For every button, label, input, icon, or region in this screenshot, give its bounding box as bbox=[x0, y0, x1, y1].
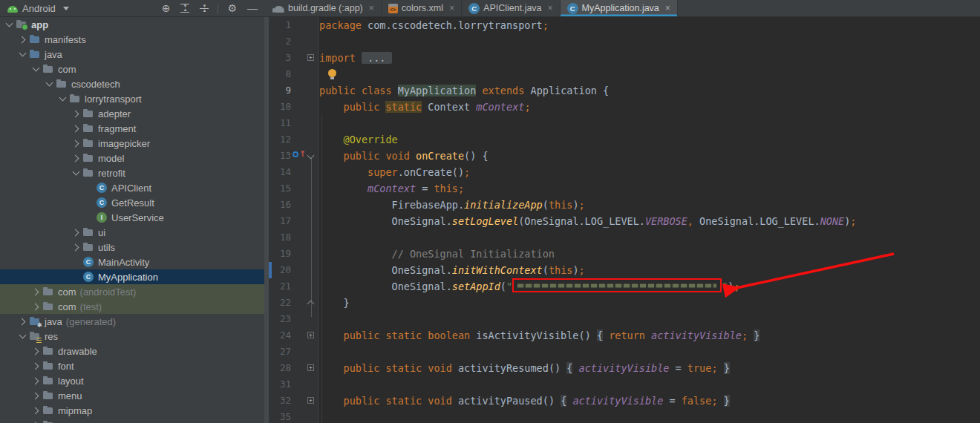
tree-item-app[interactable]: app bbox=[0, 17, 264, 32]
tab-close-icon[interactable]: × bbox=[369, 3, 374, 13]
code-line-19: 19 // OneSignal Initialization bbox=[269, 246, 980, 262]
expand-all-button[interactable]: ▼▲ bbox=[200, 4, 209, 13]
collapse-all-button[interactable]: ▼▲ bbox=[180, 4, 189, 13]
hide-panel-button[interactable]: — bbox=[247, 0, 258, 16]
chevron-right-icon bbox=[19, 318, 26, 326]
tab-apiclient-java[interactable]: CAPIClient.java× bbox=[462, 0, 561, 16]
tree-item-lorrytransport[interactable]: lorrytransport bbox=[0, 91, 264, 106]
code-editor[interactable]: 1package com.cscodetech.lorrytransport;2… bbox=[269, 17, 980, 423]
tree-item-partial[interactable] bbox=[0, 418, 264, 423]
tree-chevron-expanded[interactable] bbox=[18, 49, 28, 59]
tree-chevron-expanded[interactable] bbox=[58, 94, 68, 104]
tree-chevron-collapsed[interactable] bbox=[31, 420, 42, 423]
tree-chevron-expanded[interactable] bbox=[31, 64, 42, 74]
code-line-20: 20 OneSignal.initWithContext(this); bbox=[269, 262, 980, 278]
tree-item-com-androidTest[interactable]: com(androidTest) bbox=[0, 284, 264, 299]
folder-pkg-icon bbox=[42, 286, 54, 298]
tree-item-imagepicker[interactable]: imagepicker bbox=[0, 136, 264, 151]
tree-chevron-collapsed[interactable] bbox=[18, 34, 28, 45]
fold-end-icon[interactable] bbox=[307, 301, 315, 308]
intention-bulb-icon[interactable] bbox=[328, 69, 336, 77]
tree-item-label: app bbox=[31, 19, 48, 30]
fold-collapse-icon[interactable] bbox=[307, 152, 315, 160]
tree-item-GetResult[interactable]: CGetResult bbox=[0, 195, 264, 210]
tree-item-ui[interactable]: ui bbox=[0, 225, 264, 240]
tab-close-icon[interactable]: × bbox=[665, 3, 670, 13]
tree-item-retrofit[interactable]: retrofit bbox=[0, 165, 264, 180]
tree-chevron-collapsed[interactable] bbox=[71, 108, 82, 119]
code-lines: 1package com.cscodetech.lorrytransport;2… bbox=[269, 17, 980, 423]
fold-expand-icon[interactable]: + bbox=[307, 332, 314, 338]
tree-item-utils[interactable]: utils bbox=[0, 240, 264, 255]
tree-chevron-collapsed[interactable] bbox=[18, 316, 28, 327]
settings-button[interactable]: ⚙ bbox=[227, 0, 237, 16]
tree-item-mipmap[interactable]: mipmap bbox=[0, 403, 264, 418]
project-tree[interactable]: appmanifestsjavacomcscodetechlorrytransp… bbox=[0, 17, 264, 423]
tree-chevron-collapsed[interactable] bbox=[71, 138, 82, 148]
tab-close-icon[interactable]: × bbox=[449, 3, 454, 13]
top-bar: Android ⊕ ▼▲ ▼▲ ⚙ — build.gradle (:app)×… bbox=[0, 0, 980, 17]
tree-item-drawable[interactable]: drawable bbox=[0, 344, 264, 358]
line-number: 22 bbox=[269, 295, 291, 311]
tree-item-MainActivity[interactable]: CMainActivity bbox=[0, 255, 264, 269]
folder-pkg-icon bbox=[42, 63, 54, 75]
tree-chevron-collapsed[interactable] bbox=[31, 361, 42, 371]
tree-chevron-collapsed[interactable] bbox=[71, 153, 82, 163]
tree-chevron-collapsed[interactable] bbox=[31, 405, 42, 416]
override-method-icon[interactable] bbox=[293, 151, 298, 157]
tree-item-manifests[interactable]: manifests bbox=[0, 32, 264, 47]
tree-item-label: font bbox=[58, 361, 74, 372]
tab-myapplication-java[interactable]: CMyApplication.java× bbox=[561, 0, 678, 16]
locate-file-button[interactable]: ⊕ bbox=[162, 0, 171, 16]
folder-pkg-icon bbox=[42, 301, 54, 312]
tree-item-menu[interactable]: menu bbox=[0, 388, 264, 403]
tree-chevron-collapsed[interactable] bbox=[71, 227, 82, 237]
tree-item-java-generated[interactable]: ✱java(generated) bbox=[0, 314, 264, 329]
code-line-12: 12 @Override bbox=[269, 131, 980, 148]
override-method-icon[interactable]: ↑ bbox=[299, 149, 306, 160]
line-number: 13 bbox=[269, 148, 291, 164]
tree-chevron-collapsed[interactable] bbox=[31, 301, 42, 312]
tree-chevron-expanded[interactable] bbox=[71, 168, 82, 178]
tree-item-java[interactable]: java bbox=[0, 47, 264, 62]
tree-chevron-collapsed[interactable] bbox=[31, 346, 42, 356]
tree-item-UserService[interactable]: IUserService bbox=[0, 210, 264, 225]
line-number: 8 bbox=[269, 66, 291, 82]
tree-chevron-collapsed[interactable] bbox=[71, 242, 82, 252]
tree-item-res[interactable]: res bbox=[0, 329, 264, 344]
chevron-right-icon bbox=[32, 348, 39, 355]
tree-chevron-collapsed[interactable] bbox=[71, 123, 82, 134]
tree-item-fragment[interactable]: fragment bbox=[0, 121, 264, 136]
fold-expand-icon[interactable]: + bbox=[307, 364, 314, 371]
tree-chevron-expanded[interactable] bbox=[18, 331, 28, 341]
project-view-label: Android bbox=[22, 3, 56, 14]
chevron-right-icon bbox=[72, 155, 79, 163]
tree-item-layout[interactable]: layout bbox=[0, 373, 264, 388]
fold-expand-icon[interactable]: + bbox=[307, 397, 314, 404]
tree-chevron-expanded[interactable] bbox=[4, 19, 15, 30]
tree-item-com[interactable]: com bbox=[0, 62, 264, 76]
tab-colors-xml[interactable]: colors.xml× bbox=[382, 0, 462, 16]
tree-item-adepter[interactable]: adepter bbox=[0, 106, 264, 121]
tab-label: build.gradle (:app) bbox=[288, 3, 363, 13]
tree-chevron-expanded[interactable] bbox=[45, 79, 55, 89]
tree-item-label: APIClient bbox=[111, 183, 151, 194]
tab-close-icon[interactable]: × bbox=[548, 3, 553, 13]
tree-chevron-collapsed[interactable] bbox=[31, 390, 42, 401]
tree-item-model[interactable]: model bbox=[0, 151, 264, 165]
fold-expand-icon[interactable]: + bbox=[307, 54, 314, 61]
tree-chevron-collapsed[interactable] bbox=[31, 376, 42, 386]
tab-build-gradle-app-[interactable]: build.gradle (:app)× bbox=[267, 0, 382, 16]
tree-chevron-collapsed[interactable] bbox=[31, 286, 42, 297]
tree-item-label: res bbox=[45, 331, 58, 342]
code-line-32: 32+ public static void activityPaused() … bbox=[269, 393, 980, 409]
tree-item-cscodetech[interactable]: cscodetech bbox=[0, 76, 264, 91]
tree-item-label: model bbox=[98, 153, 124, 164]
tree-item-APIClient[interactable]: CAPIClient bbox=[0, 180, 264, 195]
tree-item-MyApplication[interactable]: CMyApplication bbox=[0, 269, 264, 284]
line-number: 35 bbox=[269, 409, 291, 423]
folder-pkg-icon bbox=[82, 122, 94, 134]
tree-item-com-test[interactable]: com(test) bbox=[0, 299, 264, 314]
project-view-selector[interactable]: Android bbox=[7, 3, 69, 14]
tree-item-font[interactable]: font bbox=[0, 358, 264, 373]
